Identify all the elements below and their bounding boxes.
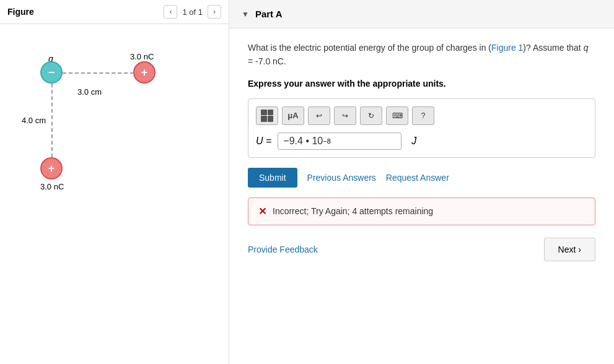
redo-icon: ↪: [342, 111, 348, 120]
part-content: What is the electric potential energy of…: [229, 28, 614, 280]
redo-button[interactable]: ↪: [334, 106, 356, 125]
undo-button[interactable]: ↩: [308, 106, 330, 125]
figure-panel: Figure ‹ 1 of 1 › q − 3.0 nC + 3.0 cm: [0, 0, 229, 364]
dashed-line-vertical: [51, 84, 53, 157]
figure-page-indicator: 1 of 1: [182, 7, 203, 17]
keyboard-button[interactable]: ⌨: [386, 106, 408, 125]
part-title: Part A: [255, 9, 283, 19]
math-toolbar: μA ↩ ↪ ↻ ⌨ ?: [256, 106, 587, 125]
minus-icon: −: [48, 66, 55, 79]
feedback-box: ✕ Incorrect; Try Again; 4 attempts remai…: [248, 197, 595, 225]
keyboard-icon: ⌨: [392, 111, 403, 120]
charge-negative: −: [40, 61, 63, 84]
question-text: What is the electric potential energy of…: [248, 41, 595, 69]
figure-navigation: ‹ 1 of 1 ›: [164, 5, 221, 19]
dashed-line-horizontal: [63, 72, 134, 74]
math-expression-row: U = −9.4 • 10 −8 J: [256, 132, 587, 150]
units-button[interactable]: μA: [282, 106, 304, 125]
grid-icon: [261, 110, 273, 122]
figure-link[interactable]: Figure 1: [491, 43, 523, 53]
mu-icon: μA: [287, 111, 298, 120]
express-instruction: Express your answer with the appropriate…: [248, 79, 595, 89]
next-arrow-icon: ›: [578, 245, 581, 254]
figure-prev-button[interactable]: ‹: [164, 5, 177, 19]
charge-positive-bottom: +: [40, 157, 63, 180]
variable-label: U =: [256, 136, 271, 147]
plus-icon-right: +: [141, 66, 148, 79]
figure-header: Figure ‹ 1 of 1 ›: [0, 0, 229, 24]
answer-value: −9.4 • 10: [283, 136, 323, 147]
charge-positive-right: +: [133, 61, 156, 84]
part-toggle-icon[interactable]: ▼: [242, 10, 249, 19]
provide-feedback-link[interactable]: Provide Feedback: [248, 245, 318, 254]
grid-button[interactable]: [256, 106, 278, 125]
feedback-text: Incorrect; Try Again; 4 attempts remaini…: [273, 206, 433, 216]
math-input-field[interactable]: −9.4 • 10 −8: [278, 132, 401, 150]
figure-title: Figure: [7, 7, 34, 17]
chevron-left-icon: ‹: [169, 7, 172, 16]
dimension-horizontal-label: 3.0 cm: [77, 87, 102, 97]
figure-next-button[interactable]: ›: [208, 5, 221, 19]
action-row: Submit Previous Answers Request Answer: [248, 168, 595, 188]
previous-answers-link[interactable]: Previous Answers: [307, 173, 376, 183]
answer-exponent: −8: [323, 137, 331, 145]
charge-right-label: 3.0 nC: [130, 52, 154, 61]
request-answer-link[interactable]: Request Answer: [386, 173, 449, 183]
refresh-icon: ↻: [368, 111, 374, 120]
bottom-row: Provide Feedback Next ›: [248, 238, 595, 267]
math-input-container: μA ↩ ↪ ↻ ⌨ ? U =: [248, 98, 595, 158]
submit-button[interactable]: Submit: [248, 168, 297, 188]
figure-diagram: q − 3.0 nC + 3.0 cm 4.0 cm + 3.0 nC: [0, 24, 229, 346]
refresh-button[interactable]: ↻: [360, 106, 382, 125]
question-mark-icon: ?: [421, 111, 426, 120]
charge-bottom-label: 3.0 nC: [40, 182, 64, 191]
plus-icon-bottom: +: [48, 162, 55, 175]
dimension-vertical-label: 4.0 cm: [22, 116, 46, 125]
help-button[interactable]: ?: [412, 106, 434, 125]
problem-panel: ▼ Part A What is the electric potential …: [229, 0, 614, 364]
next-button[interactable]: Next ›: [544, 238, 595, 261]
chevron-right-icon: ›: [213, 7, 216, 16]
undo-icon: ↩: [316, 111, 322, 120]
x-icon: ✕: [258, 206, 266, 217]
answer-unit: J: [411, 136, 416, 147]
part-header: ▼ Part A: [229, 0, 614, 28]
next-label: Next: [558, 245, 576, 254]
